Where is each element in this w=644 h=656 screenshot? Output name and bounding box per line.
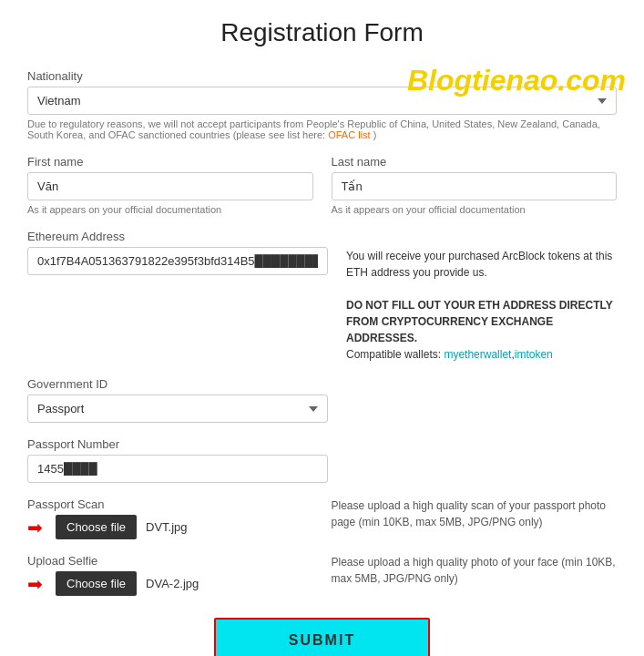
nationality-label: Nationality — [27, 69, 617, 83]
ethereum-info-line1: You will receive your purchased ArcBlock… — [346, 250, 612, 279]
upload-selfie-filename: DVA-2.jpg — [146, 577, 199, 590]
upload-selfie-row: Upload Selfie ➡ Choose file DVA-2.jpg Pl… — [27, 554, 617, 596]
upload-selfie-label: Upload Selfie — [27, 554, 313, 568]
myetherwallet-link[interactable]: myetherwallet — [444, 348, 511, 361]
passport-scan-filename: DVT.jpg — [146, 520, 188, 534]
passport-scan-arrow-icon: ➡ — [27, 517, 43, 538]
ethereum-row: Ethereum Address You will receive your p… — [27, 230, 617, 363]
passport-number-label: Passport Number — [27, 437, 617, 451]
ethereum-info-line2: DO NOT FILL OUT YOUR ETH ADDRESS DIRECTL… — [346, 299, 612, 344]
upload-selfie-arrow-icon: ➡ — [27, 573, 43, 595]
upload-selfie-col: Upload Selfie ➡ Choose file DVA-2.jpg — [27, 554, 313, 596]
last-name-input[interactable] — [332, 172, 618, 200]
first-name-hint: As it appears on your official documenta… — [27, 204, 313, 215]
passport-scan-row: Passport Scan ➡ Choose file DVT.jpg Plea… — [27, 497, 617, 539]
ethereum-col: Ethereum Address — [27, 230, 328, 363]
ethereum-input[interactable] — [27, 247, 328, 275]
passport-scan-label: Passport Scan — [27, 497, 313, 511]
first-name-col: First name As it appears on your officia… — [27, 155, 313, 215]
first-name-label: First name — [27, 155, 313, 169]
passport-number-section: Passport Number — [27, 437, 617, 483]
submit-button[interactable]: SUBMIT — [214, 618, 430, 656]
passport-scan-choose-btn[interactable]: Choose file — [56, 515, 137, 539]
first-name-input[interactable] — [27, 172, 313, 200]
ethereum-info: You will receive your purchased ArcBlock… — [346, 230, 617, 363]
last-name-label: Last name — [332, 155, 618, 169]
upload-selfie-file-row: ➡ Choose file DVA-2.jpg — [27, 571, 313, 596]
page-wrapper: Blogtienao.com Registration Form Nationa… — [0, 0, 644, 656]
government-id-section: Government ID Passport — [27, 377, 617, 423]
name-row: First name As it appears on your officia… — [27, 155, 617, 215]
nationality-hint: Due to regulatory reasons, we will not a… — [27, 118, 617, 140]
ethereum-info-line3: Compatible wallets: — [346, 348, 441, 361]
nationality-select[interactable]: Vietnam — [27, 87, 617, 115]
government-id-label: Government ID — [27, 377, 617, 391]
page-title: Registration Form — [27, 18, 617, 47]
upload-selfie-choose-btn[interactable]: Choose file — [56, 571, 137, 596]
nationality-section: Nationality Vietnam Due to regulatory re… — [27, 69, 617, 140]
passport-number-input[interactable] — [27, 455, 328, 483]
last-name-col: Last name As it appears on your official… — [332, 155, 618, 215]
ethereum-label: Ethereum Address — [27, 230, 328, 243]
imtoken-link[interactable]: imtoken — [515, 348, 553, 361]
passport-scan-col: Passport Scan ➡ Choose file DVT.jpg — [27, 497, 313, 539]
upload-selfie-hint: Please upload a high quality photo of yo… — [332, 554, 618, 596]
ofac-link[interactable]: OFAC list — [328, 129, 370, 140]
last-name-hint: As it appears on your official documenta… — [332, 204, 618, 215]
submit-row: SUBMIT — [27, 618, 617, 656]
government-id-select[interactable]: Passport — [27, 395, 328, 423]
passport-scan-hint: Please upload a high quality scan of you… — [332, 497, 618, 539]
passport-scan-file-row: ➡ Choose file DVT.jpg — [27, 515, 313, 539]
